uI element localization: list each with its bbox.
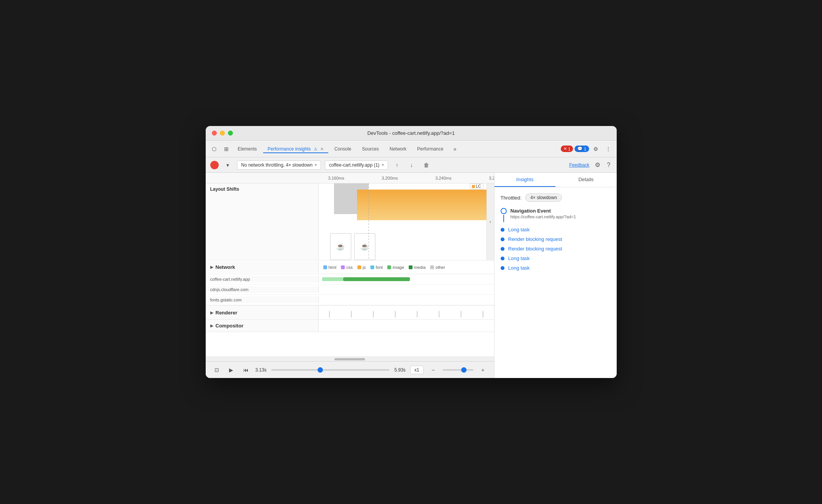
tick-6: | [438, 310, 440, 318]
timestamp-2: 3,200ms [382, 176, 398, 180]
scrollbar-thumb[interactable] [334, 358, 365, 360]
lcp-dot [472, 185, 475, 188]
compositor-expand-icon: ▶ [210, 324, 213, 328]
feedback-link[interactable]: Feedback [569, 162, 589, 168]
nav-url: https://coffee-cart.netlify.app/?ad=1 [511, 214, 576, 219]
main-toolbar: ⬡ ⊞ Elements Performance insights ⚠ ✕ Co… [206, 141, 617, 157]
screenshot-icon[interactable]: ⊡ [212, 365, 222, 375]
event-link-1[interactable]: Render blocking request [508, 236, 562, 242]
net-row-1: coffee-cart.netlify.app [206, 274, 494, 285]
time-start: 3.13s [255, 367, 267, 373]
event-item-3: Long task [501, 255, 611, 261]
tick-8: | [482, 310, 484, 318]
maximize-button[interactable] [228, 131, 233, 136]
renderer-expand[interactable]: ▶ Renderer [206, 306, 319, 319]
event-dot-4 [501, 266, 504, 270]
event-item-2: Render blocking request [501, 246, 611, 252]
page-dropdown[interactable]: coffee-cart.netlify.app (1) ▾ [325, 160, 388, 170]
event-dot-container-4 [501, 265, 504, 271]
upload-icon[interactable]: ↑ [392, 160, 403, 170]
bottom-bar: ⊡ ▶ ⏮ 3.13s 5.93s x1 − + [206, 361, 494, 378]
legend-css: css [341, 265, 353, 270]
window-title: DevTools - coffee-cart.netlify.app/?ad=1 [367, 130, 455, 136]
zoom-out-icon[interactable]: − [428, 365, 438, 375]
legend-image: image [387, 265, 404, 270]
zoom-slider[interactable] [443, 369, 473, 371]
navigation-event: Navigation Event https://coffee-cart.net… [501, 208, 611, 222]
event-item-1: Render blocking request [501, 236, 611, 242]
insights-tabs: Insights Details [495, 173, 617, 187]
play-icon[interactable]: ▶ [226, 365, 236, 375]
settings-icon[interactable]: ⚙ [591, 144, 601, 154]
layout-shifts-row: Layout Shifts LC ☕ [206, 183, 494, 260]
event-link-3[interactable]: Long task [508, 255, 530, 261]
tab-console[interactable]: Console [330, 145, 356, 153]
legend-js: js [357, 265, 366, 270]
renderer-row: ▶ Renderer | | | | | | | | [206, 306, 494, 320]
net-bar-light-1 [322, 277, 343, 281]
range-slider[interactable] [271, 369, 390, 371]
timestamp-3: 3,240ms [436, 176, 452, 180]
record-button[interactable] [210, 161, 219, 169]
nav-title: Navigation Event [511, 208, 576, 214]
more-options-icon[interactable]: ⋮ [603, 144, 614, 154]
timeline-scrollbar[interactable] [206, 357, 494, 361]
net-bar-container-2 [319, 285, 494, 295]
timestamp-1: 3,160ms [328, 176, 344, 180]
device-icon[interactable]: ⊞ [221, 144, 232, 154]
zoom-thumb[interactable] [461, 367, 467, 373]
dropdown-arrow-icon[interactable]: ▾ [223, 160, 233, 170]
traffic-lights [212, 131, 233, 136]
tab-performance-insights[interactable]: Performance insights ⚠ ✕ [263, 145, 328, 153]
layout-shifts-content: LC ☕ ☕ [319, 183, 486, 260]
event-link-0[interactable]: Long task [508, 227, 530, 232]
tick-4: | [395, 310, 396, 318]
legend-other: other [430, 265, 445, 270]
download-icon[interactable]: ↓ [406, 160, 417, 170]
event-item-4: Long task [501, 265, 611, 271]
tab-elements[interactable]: Elements [233, 145, 262, 153]
minimize-button[interactable] [220, 131, 225, 136]
net-row-3: fonts.gstatic.com [206, 295, 494, 305]
network-legend: html css js [319, 263, 450, 272]
zoom-in-icon[interactable]: + [478, 365, 488, 375]
event-dot-1 [501, 237, 504, 241]
tab-details[interactable]: Details [555, 173, 617, 187]
warning-icon: ⚠ [314, 147, 318, 151]
throttling-dropdown[interactable]: No network throttling, 4× slowdown ▾ [237, 160, 321, 170]
layout-shifts-label: Layout Shifts [206, 183, 319, 260]
image-dot [387, 265, 391, 269]
settings-icon-2[interactable]: ⚙ [593, 160, 602, 170]
tab-performance[interactable]: Performance [413, 145, 448, 153]
insights-content[interactable]: Throttled: 4× slowdown Navigation Event … [495, 187, 617, 378]
trash-icon[interactable]: 🗑 [421, 160, 432, 170]
skip-start-icon[interactable]: ⏮ [241, 365, 251, 375]
message-badge[interactable]: 💬 1 [575, 146, 589, 152]
event-link-4[interactable]: Long task [508, 265, 530, 271]
more-tabs-icon[interactable]: » [450, 144, 460, 154]
timeline-body[interactable]: Layout Shifts LC ☕ [206, 183, 494, 357]
legend-font: font [370, 265, 383, 270]
cursor-icon[interactable]: ⬡ [209, 144, 219, 154]
net-bar-1 [343, 277, 410, 281]
collapse-button[interactable]: › [486, 183, 494, 260]
thumbnail-1: ☕ [330, 233, 351, 260]
event-link-2[interactable]: Render blocking request [508, 246, 562, 252]
timeline-panel: 3,160ms 3,200ms 3,240ms 3,280ms 3 Layout… [206, 173, 494, 378]
tab-close-icon[interactable]: ✕ [320, 147, 324, 151]
speed-button[interactable]: x1 [410, 366, 424, 374]
compositor-label[interactable]: ▶ Compositor [206, 320, 319, 332]
network-expand[interactable]: ▶ Network [206, 261, 319, 273]
tab-network[interactable]: Network [385, 145, 411, 153]
main-content: 3,160ms 3,200ms 3,240ms 3,280ms 3 Layout… [206, 173, 617, 378]
net-label-3: fonts.gstatic.com [206, 296, 319, 303]
thumb-icon-1: ☕ [336, 242, 345, 251]
net-bar-container-1 [319, 274, 494, 284]
tab-insights[interactable]: Insights [495, 173, 556, 187]
error-badge[interactable]: ✕ 1 [561, 146, 573, 152]
close-button[interactable] [212, 131, 217, 136]
lcp-badge: LC [470, 183, 483, 189]
help-icon[interactable]: ? [606, 160, 612, 170]
tab-sources[interactable]: Sources [357, 145, 383, 153]
range-thumb[interactable] [318, 367, 323, 373]
